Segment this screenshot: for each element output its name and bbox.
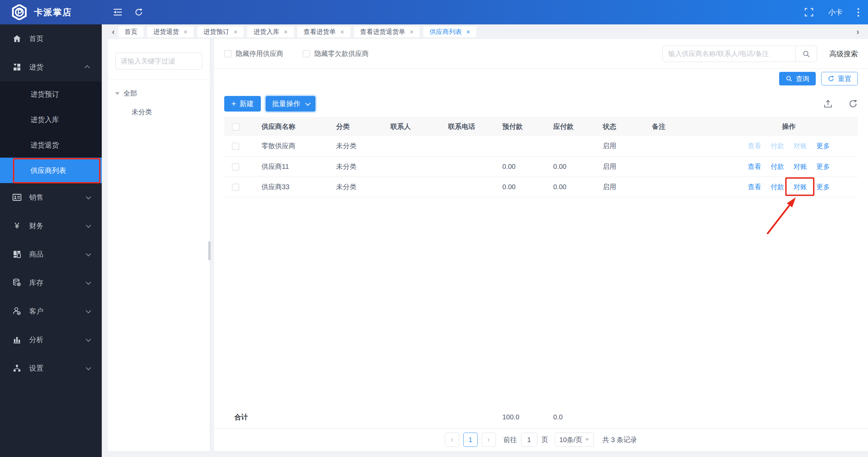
tree-node-label: 全部 xyxy=(123,89,137,98)
sidebar-item-purchase-preorder[interactable]: 进货预订 xyxy=(0,81,102,107)
goto-page-input[interactable] xyxy=(521,433,537,447)
column-header: 状态 xyxy=(593,117,642,136)
action-view-link[interactable]: 查看 xyxy=(748,163,761,170)
cell-status: 启用 xyxy=(593,156,642,177)
sidebar-item-goods[interactable]: 商品 xyxy=(0,240,102,269)
refresh-icon[interactable] xyxy=(134,8,143,17)
action-pay-link[interactable]: 付款 xyxy=(771,142,784,150)
panel-resize-grip[interactable] xyxy=(208,241,211,260)
tab-purchase-return[interactable]: 进货退货 × xyxy=(147,26,194,37)
column-header: 预付款 xyxy=(492,117,543,136)
app-window: 卡派掌店 小卡 xyxy=(0,0,868,457)
hide-disabled-suppliers-checkbox[interactable]: 隐藏停用供应商 xyxy=(224,49,283,58)
settings-icon xyxy=(12,364,22,372)
cell-contact xyxy=(380,156,438,177)
action-more-link[interactable]: 更多 xyxy=(816,183,830,191)
page-1-button[interactable]: 1 xyxy=(463,433,478,447)
app-title: 卡派掌店 xyxy=(34,6,72,18)
sidebar-item-supplier-list[interactable]: 供应商列表 xyxy=(0,158,102,183)
sidebar-item-label: 分析 xyxy=(29,335,43,344)
close-icon[interactable]: × xyxy=(184,28,188,35)
category-filter-panel: 全部 未分类 xyxy=(108,39,210,451)
row-checkbox[interactable] xyxy=(232,143,239,150)
column-header: 分类 xyxy=(326,117,380,136)
table-row: 零散供应商 未分类 启用 查看 付款 xyxy=(224,136,858,156)
close-icon[interactable]: × xyxy=(234,28,238,35)
tabs-scroll-left-icon[interactable]: ‹ xyxy=(112,28,115,36)
row-checkbox[interactable] xyxy=(232,184,239,191)
goto-label: 前往 xyxy=(503,435,517,444)
action-more-link[interactable]: 更多 xyxy=(816,163,830,170)
action-view-link[interactable]: 查看 xyxy=(748,142,761,150)
tab-view-purchase-order[interactable]: 查看进货单 × xyxy=(297,26,350,37)
sidebar-item-label: 进货预订 xyxy=(31,90,59,99)
tab-home[interactable]: 首页 xyxy=(118,26,143,37)
tree-caret-icon[interactable] xyxy=(115,92,119,95)
summary-payable: 0.0 xyxy=(543,409,593,425)
supplier-search-input[interactable] xyxy=(662,46,795,62)
tab-supplier-list[interactable]: 供应商列表 × xyxy=(423,26,476,37)
action-pay-link[interactable]: 付款 xyxy=(771,183,784,191)
row-checkbox[interactable] xyxy=(232,163,239,171)
sidebar-item-settings[interactable]: 设置 xyxy=(0,354,102,382)
sidebar-item-customers[interactable]: 客户 xyxy=(0,297,102,325)
advanced-search-link[interactable]: 高级搜索 xyxy=(829,49,858,59)
analysis-icon xyxy=(12,336,22,344)
select-all-checkbox[interactable] xyxy=(232,123,239,131)
checkbox-icon[interactable] xyxy=(224,50,231,57)
batch-button-label: 批量操作 xyxy=(272,99,301,108)
sidebar-item-purchase-return[interactable]: 进货退货 xyxy=(0,132,102,158)
new-supplier-button[interactable]: + 新建 xyxy=(224,96,261,112)
cell-contact xyxy=(380,136,438,156)
column-header: 联系电话 xyxy=(438,117,492,136)
action-reconcile-link[interactable]: 对账 xyxy=(793,163,807,170)
tab-purchase-inbound[interactable]: 进货入库 × xyxy=(247,26,294,37)
supplier-list-panel: 隐藏停用供应商 隐藏零欠款供应商 xyxy=(214,39,868,451)
close-icon[interactable]: × xyxy=(340,28,344,35)
action-reconcile-link[interactable]: 对账 xyxy=(793,183,807,191)
close-icon[interactable]: × xyxy=(284,28,288,35)
kebab-menu-icon[interactable] xyxy=(857,8,859,17)
close-icon[interactable]: × xyxy=(466,28,470,35)
username[interactable]: 小卡 xyxy=(828,7,843,17)
filter-row: 隐藏停用供应商 隐藏零欠款供应商 xyxy=(214,39,868,69)
next-page-button[interactable]: › xyxy=(482,433,496,447)
reset-button[interactable]: 重置 xyxy=(821,72,858,85)
sidebar-item-finance[interactable]: ¥ 财务 xyxy=(0,212,102,240)
action-view-link[interactable]: 查看 xyxy=(748,183,761,191)
sidebar-item-purchase[interactable]: 进货 xyxy=(0,53,102,81)
cell-prepay xyxy=(492,136,543,156)
column-header: 联系人 xyxy=(380,117,438,136)
refresh-table-icon[interactable] xyxy=(848,99,858,108)
action-reconcile-link[interactable]: 对账 xyxy=(793,142,807,150)
query-button[interactable]: 查询 xyxy=(779,72,816,85)
tab-purchase-preorder[interactable]: 进货预订 × xyxy=(197,26,244,37)
tree-node-all[interactable]: 全部 xyxy=(115,89,202,98)
tab-view-purchase-return-order[interactable]: 查看进货退货单 × xyxy=(354,26,420,37)
tabs-scroll-right-icon[interactable]: › xyxy=(856,28,859,36)
sidebar-item-label: 商品 xyxy=(29,250,43,259)
sidebar-item-purchase-inbound[interactable]: 进货入库 xyxy=(0,107,102,132)
sidebar-item-sales[interactable]: 销售 xyxy=(0,183,102,212)
export-icon[interactable] xyxy=(823,99,833,108)
tree-node-uncategorized[interactable]: 未分类 xyxy=(115,107,202,117)
sidebar-item-home[interactable]: 首页 xyxy=(0,24,102,53)
keyword-filter-input[interactable] xyxy=(115,53,202,69)
search-button[interactable] xyxy=(795,46,817,62)
sidebar-item-analysis[interactable]: 分析 xyxy=(0,325,102,354)
cell-supplier-name: 零散供应商 xyxy=(251,136,326,156)
cell-remark xyxy=(642,136,744,156)
fullscreen-icon[interactable] xyxy=(805,8,813,17)
prev-page-button[interactable]: ‹ xyxy=(445,433,459,447)
action-more-link[interactable]: 更多 xyxy=(816,142,830,150)
page-size-select[interactable]: 10条/页 xyxy=(555,433,594,447)
finance-icon: ¥ xyxy=(12,221,22,231)
batch-operations-button[interactable]: 批量操作 xyxy=(266,96,315,112)
checkbox-icon[interactable] xyxy=(303,50,310,57)
close-icon[interactable]: × xyxy=(410,28,414,35)
menu-fold-icon[interactable] xyxy=(113,8,123,17)
cell-payable: 0.00 xyxy=(543,156,593,177)
hide-zero-debt-suppliers-checkbox[interactable]: 隐藏零欠款供应商 xyxy=(303,49,369,58)
sidebar-item-inventory[interactable]: 库存 xyxy=(0,269,102,297)
action-pay-link[interactable]: 付款 xyxy=(771,163,784,170)
